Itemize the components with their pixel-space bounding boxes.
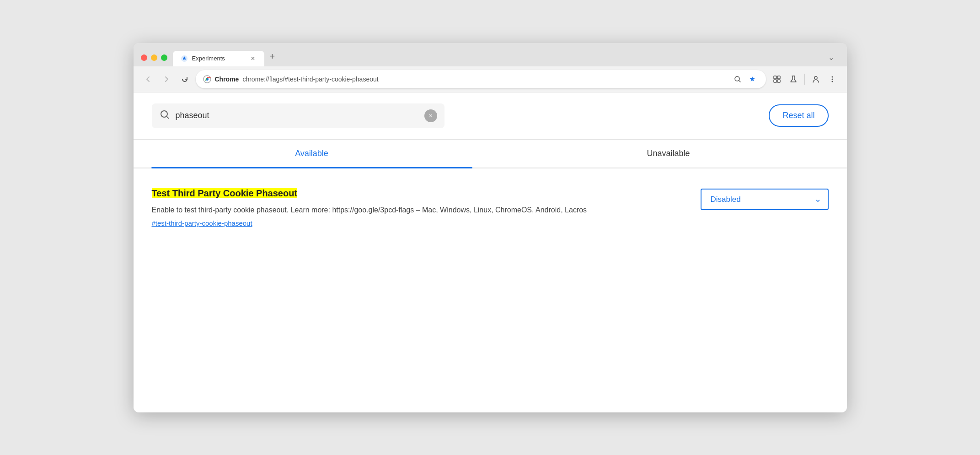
svg-rect-4 <box>777 76 780 79</box>
new-tab-button[interactable]: + <box>264 48 281 66</box>
flag-select-wrapper[interactable]: Default Disabled Enabled <box>701 189 829 210</box>
svg-point-10 <box>831 81 833 82</box>
flag-description: Enable to test third-party cookie phaseo… <box>152 204 682 216</box>
bookmark-star-icon[interactable] <box>746 73 759 86</box>
search-box[interactable]: × <box>152 103 444 128</box>
tab-unavailable[interactable]: Unavailable <box>490 140 847 168</box>
maximize-button[interactable] <box>161 54 167 61</box>
url-path: chrome://flags/#test-third-party-cookie-… <box>242 76 727 83</box>
tab-overflow-button[interactable]: ⌄ <box>823 49 840 66</box>
svg-point-7 <box>814 76 817 79</box>
svg-rect-5 <box>774 80 777 82</box>
flag-control[interactable]: Default Disabled Enabled <box>701 189 829 210</box>
forward-button[interactable] <box>159 72 174 87</box>
traffic-lights <box>141 54 167 66</box>
menu-icon[interactable] <box>825 72 840 87</box>
url-origin: Chrome <box>215 76 239 83</box>
url-actions <box>731 73 759 86</box>
close-button[interactable] <box>141 54 147 61</box>
flag-anchor-link[interactable]: #test-third-party-cookie-phaseout <box>152 219 682 227</box>
search-area: × Reset all <box>134 92 847 140</box>
active-tab[interactable]: Experiments ✕ <box>173 51 264 66</box>
browser-window: Experiments ✕ + ⌄ Chro <box>134 43 847 412</box>
reload-button[interactable] <box>177 72 192 87</box>
svg-rect-6 <box>777 80 780 82</box>
chrome-logo-icon <box>203 75 211 83</box>
toolbar-separator <box>804 74 805 85</box>
account-icon[interactable] <box>809 72 823 87</box>
svg-rect-3 <box>774 76 777 79</box>
flag-info: Test Third Party Cookie Phaseout Enable … <box>152 187 682 228</box>
tab-icon <box>180 54 188 63</box>
search-input[interactable] <box>176 111 419 120</box>
clear-icon: × <box>428 112 432 119</box>
flag-select[interactable]: Default Disabled Enabled <box>701 189 829 210</box>
toolbar-actions <box>770 72 840 87</box>
search-clear-button[interactable]: × <box>424 109 437 122</box>
zoom-icon[interactable] <box>731 73 744 86</box>
search-icon <box>159 109 170 123</box>
flags-list: Test Third Party Cookie Phaseout Enable … <box>134 168 847 246</box>
minimize-button[interactable] <box>151 54 157 61</box>
tab-available-label: Available <box>295 149 328 158</box>
back-button[interactable] <box>141 72 155 87</box>
tab-close-button[interactable]: ✕ <box>249 54 257 63</box>
extensions-icon[interactable] <box>770 72 784 87</box>
tab-unavailable-label: Unavailable <box>647 149 690 158</box>
svg-point-9 <box>831 78 833 80</box>
svg-point-8 <box>831 76 833 77</box>
url-bar[interactable]: Chrome chrome://flags/#test-third-party-… <box>196 70 766 88</box>
lab-icon[interactable] <box>786 72 801 87</box>
tab-title: Experiments <box>192 55 245 62</box>
content-area: × Reset all Available Unavailable Test T… <box>134 92 847 412</box>
address-bar: Chrome chrome://flags/#test-third-party-… <box>134 66 847 92</box>
title-bar: Experiments ✕ + ⌄ <box>134 43 847 66</box>
flags-tabs: Available Unavailable <box>134 140 847 168</box>
reset-all-button[interactable]: Reset all <box>769 104 828 127</box>
flag-title: Test Third Party Cookie Phaseout <box>152 188 298 198</box>
flag-item: Test Third Party Cookie Phaseout Enable … <box>152 179 829 235</box>
tab-available[interactable]: Available <box>134 140 490 168</box>
